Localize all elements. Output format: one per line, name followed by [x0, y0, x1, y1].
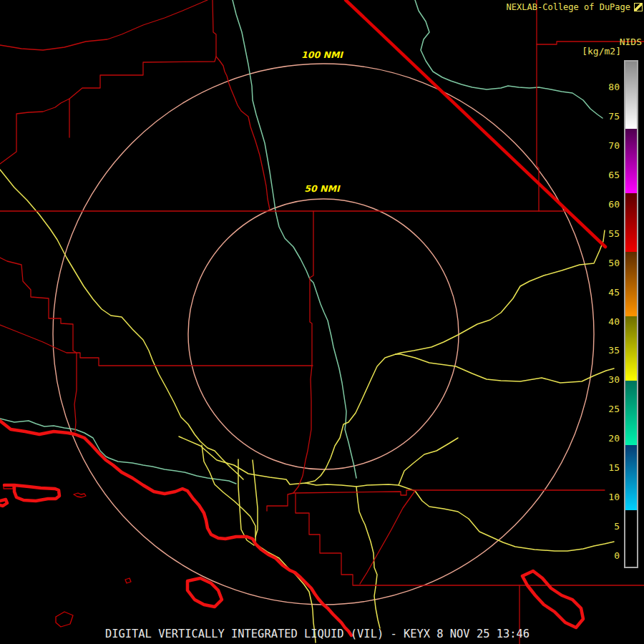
range-ring: [53, 64, 594, 605]
highways-path: [396, 230, 605, 354]
colorbar-tick-label: 0: [577, 550, 620, 561]
colorbar-segment: [625, 445, 637, 509]
coastline-path: [522, 571, 583, 628]
highways-path: [356, 487, 380, 628]
colorbar-tick-label: 25: [577, 404, 620, 414]
county-borders-path: [0, 0, 208, 50]
colorbar-tick-label: 50: [577, 258, 620, 268]
colorbar-tick-label: 80: [577, 82, 620, 92]
colorbar-tick-label: 20: [577, 433, 620, 444]
county-borders-path: [310, 211, 313, 366]
rivers-path: [233, 0, 356, 478]
radar-display: 50 NMI100 NMI NEXLAB-College of DuPage N…: [0, 0, 644, 644]
colorbar-segment: [625, 129, 637, 193]
islands-outline-path: [56, 612, 73, 627]
layer-state-border: [346, 0, 605, 247]
range-ring-label: 50 NMI: [301, 182, 343, 197]
colorbar-tick-label: 70: [577, 140, 620, 151]
county-borders-path: [0, 258, 77, 431]
brand-text: NEXLAB-College of DuPage: [507, 2, 630, 12]
colorbar-tick-label: 15: [577, 462, 620, 473]
colorbar-tick-label: 45: [577, 287, 620, 298]
dupage-box-arrow-icon: [634, 3, 643, 11]
colorbar-units: [kg/m2]: [582, 46, 621, 57]
islands-outline-path: [74, 493, 86, 497]
layer-highways: [0, 170, 614, 643]
county-borders-path: [296, 494, 644, 585]
colorbar-segment: [625, 252, 637, 316]
colorbar-segment: [625, 316, 637, 381]
county-borders-path: [537, 0, 539, 211]
county-borders-path: [0, 0, 216, 164]
layer-county-borders: [0, 0, 644, 644]
colorbar-segment: [625, 381, 637, 445]
coastline-path: [0, 499, 7, 506]
colorbar-title: NIDS: [620, 36, 642, 47]
colorbar-segment: [625, 510, 637, 557]
header-bar: NEXLAB-College of DuPage: [507, 2, 643, 12]
colorbar-tick-label: 60: [577, 199, 620, 210]
colorbar-segment: [625, 62, 637, 129]
colorbar-tick-label: 35: [577, 345, 620, 356]
product-title: DIGITAL VERTICALLY INTEGRATED LIQUID (VI…: [105, 628, 530, 640]
county-borders-path: [360, 491, 415, 584]
rivers-path: [0, 419, 236, 484]
highways-path: [306, 354, 396, 483]
range-ring-label: 100 NMI: [298, 48, 346, 63]
colorbar-tick-label: 65: [577, 170, 620, 180]
radar-map-canvas: [0, 0, 644, 644]
highways-path: [399, 438, 458, 485]
colorbar-tick-label: 55: [577, 228, 620, 239]
county-borders-path: [0, 325, 313, 366]
state-border-path: [346, 0, 605, 247]
colorbar-tick-label: 10: [577, 492, 620, 502]
colorbar-segment: [625, 193, 637, 252]
islands-outline-path: [125, 578, 131, 583]
rivers-path: [415, 0, 602, 118]
layer-islands-outline: [4, 484, 131, 627]
colorbar-tick-label: 75: [577, 111, 620, 122]
range-ring: [188, 199, 459, 469]
colorbar: [624, 60, 638, 568]
layer-range-rings: [53, 64, 594, 605]
county-borders-path: [293, 490, 605, 495]
colorbar-tick-label: 40: [577, 316, 620, 327]
layer-rivers: [0, 0, 602, 484]
colorbar-tick-label: 5: [577, 521, 620, 532]
county-borders-path: [267, 366, 312, 511]
colorbar-tick-label: 30: [577, 374, 620, 385]
